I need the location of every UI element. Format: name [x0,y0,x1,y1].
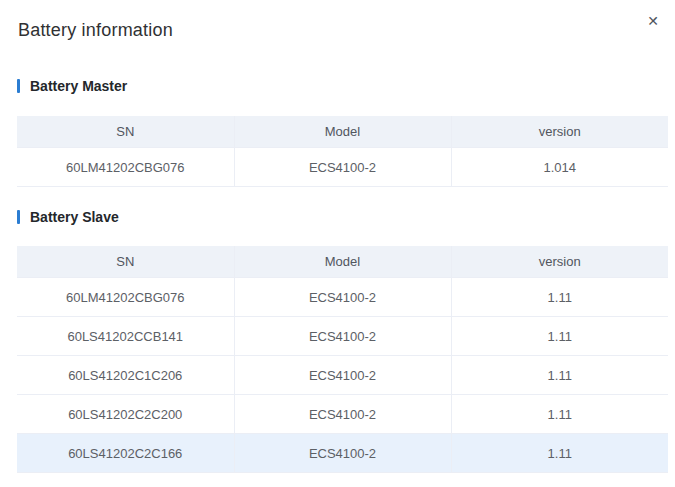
accent-bar-icon [17,210,20,224]
cell-version: 1.014 [451,148,668,187]
cell-model: ECS4100-2 [234,148,451,187]
section-battery-slave: Battery Slave SN Model version 60LM41202… [0,209,675,473]
cell-model: ECS4100-2 [234,434,451,473]
cell-version: 1.11 [451,434,668,473]
cell-version: 1.11 [451,356,668,395]
section-heading-label: Battery Master [30,78,127,94]
section-heading-master: Battery Master [17,78,675,94]
battery-information-dialog: Battery information ✕ Battery Master SN … [0,0,675,487]
section-heading-label: Battery Slave [30,209,119,225]
column-header-sn: SN [17,246,234,278]
column-header-version: version [451,116,668,148]
cell-sn: 60LS41202C2C200 [17,395,234,434]
close-icon[interactable]: ✕ [647,14,659,28]
table-row: 60LM41202CBG076 ECS4100-2 1.11 [17,278,668,317]
cell-version: 1.11 [451,395,668,434]
column-header-sn: SN [17,116,234,148]
dialog-title: Battery information [0,0,675,41]
cell-version: 1.11 [451,317,668,356]
column-header-model: Model [234,246,451,278]
column-header-version: version [451,246,668,278]
section-heading-slave: Battery Slave [17,209,675,225]
table-row: 60LM41202CBG076 ECS4100-2 1.014 [17,148,668,187]
battery-master-table: SN Model version 60LM41202CBG076 ECS4100… [17,116,668,187]
cell-sn: 60LS41202CCB141 [17,317,234,356]
column-header-model: Model [234,116,451,148]
cell-model: ECS4100-2 [234,356,451,395]
cell-sn: 60LS41202C1C206 [17,356,234,395]
table-row-highlighted: 60LS41202C2C166 ECS4100-2 1.11 [17,434,668,473]
table-header-row: SN Model version [17,116,668,148]
table-row: 60LS41202CCB141 ECS4100-2 1.11 [17,317,668,356]
accent-bar-icon [17,79,20,93]
table-header-row: SN Model version [17,246,668,278]
cell-sn: 60LM41202CBG076 [17,278,234,317]
table-row: 60LS41202C1C206 ECS4100-2 1.11 [17,356,668,395]
cell-sn: 60LS41202C2C166 [17,434,234,473]
cell-version: 1.11 [451,278,668,317]
cell-model: ECS4100-2 [234,395,451,434]
section-battery-master: Battery Master SN Model version 60LM4120… [0,78,675,187]
cell-sn: 60LM41202CBG076 [17,148,234,187]
cell-model: ECS4100-2 [234,278,451,317]
table-row: 60LS41202C2C200 ECS4100-2 1.11 [17,395,668,434]
battery-slave-table: SN Model version 60LM41202CBG076 ECS4100… [17,246,668,473]
cell-model: ECS4100-2 [234,317,451,356]
